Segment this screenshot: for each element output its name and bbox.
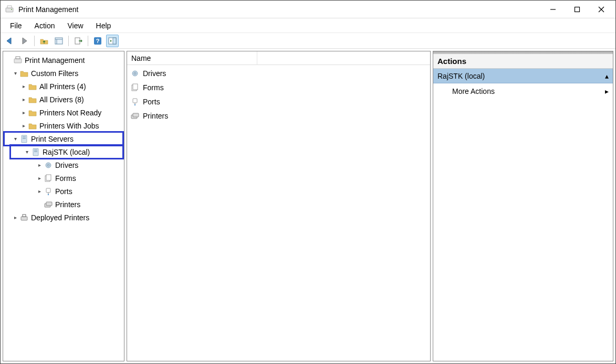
- tree-label: RajSTK (local): [43, 148, 90, 156]
- server-icon: [19, 134, 29, 144]
- window-controls: [541, 2, 613, 17]
- menu-help[interactable]: Help: [90, 20, 118, 31]
- printer-icon: [19, 213, 29, 222]
- chevron-right-icon[interactable]: ▸: [20, 83, 27, 90]
- server-icon: [31, 147, 40, 157]
- collapse-icon[interactable]: ▴: [605, 72, 609, 80]
- export-button[interactable]: [72, 35, 85, 47]
- menu-file[interactable]: File: [4, 20, 28, 31]
- up-folder-button[interactable]: [38, 35, 50, 47]
- actions-group-label: RajSTK (local): [437, 72, 485, 80]
- list-item-ports[interactable]: Ports: [127, 94, 430, 109]
- close-button[interactable]: [589, 2, 613, 17]
- window-title: Print Management: [18, 5, 541, 14]
- tree-printers-with-jobs[interactable]: ▸ Printers With Jobs: [4, 119, 123, 132]
- chevron-right-icon[interactable]: ▸: [36, 188, 43, 195]
- tree-printers[interactable]: ▸ Printers: [4, 198, 123, 211]
- list-item-drivers[interactable]: Drivers: [127, 66, 430, 80]
- tree-deployed-printers[interactable]: ▸ Deployed Printers: [4, 211, 123, 224]
- menu-action[interactable]: Action: [28, 20, 61, 31]
- svg-rect-32: [21, 217, 27, 220]
- chevron-right-icon[interactable]: ▸: [36, 175, 43, 182]
- tree: ▶ Print Management ▾ Custom Filters ▸ Al…: [4, 53, 123, 224]
- list-item-label: Forms: [143, 83, 164, 92]
- forward-button[interactable]: [18, 35, 31, 47]
- tree-label: All Drivers (8): [39, 95, 84, 104]
- print-management-window: Print Management File Action View Help ?: [0, 0, 616, 364]
- port-icon: [44, 187, 53, 196]
- tree-forms[interactable]: ▸ Forms: [4, 172, 123, 185]
- svg-rect-1: [7, 6, 12, 8]
- tree-all-drivers[interactable]: ▸ All Drivers (8): [4, 93, 123, 106]
- tree-label: Deployed Printers: [31, 213, 89, 222]
- minimize-button[interactable]: [541, 2, 565, 17]
- svg-point-2: [11, 9, 12, 10]
- tree-label: All Printers (4): [39, 82, 86, 91]
- svg-point-35: [134, 72, 136, 74]
- tree-drivers[interactable]: ▸ Drivers: [4, 158, 123, 172]
- chevron-right-icon[interactable]: ▸: [20, 96, 27, 103]
- properties-button[interactable]: [53, 35, 65, 47]
- toolbar-separator: [34, 36, 35, 46]
- actions-more-actions[interactable]: More Actions ▸: [433, 83, 613, 99]
- list-body: Drivers Forms Ports Printers: [127, 65, 430, 124]
- tree-label: Printers Not Ready: [39, 109, 101, 117]
- form-icon: [130, 83, 140, 92]
- folder-icon: [28, 108, 37, 117]
- list-item-printers[interactable]: Printers: [127, 109, 430, 123]
- tree-label: Print Servers: [31, 135, 74, 143]
- chevron-right-icon[interactable]: ▸: [36, 162, 43, 169]
- tree-ports[interactable]: ▸ Ports: [4, 185, 123, 198]
- folder-icon: [28, 82, 37, 91]
- menu-view[interactable]: View: [61, 20, 89, 31]
- form-icon: [44, 174, 53, 183]
- list-item-forms[interactable]: Forms: [127, 80, 430, 94]
- chevron-down-icon[interactable]: ▾: [23, 148, 30, 156]
- svg-rect-31: [46, 202, 52, 206]
- chevron-right-icon[interactable]: ▸: [12, 214, 19, 221]
- tree-custom-filters[interactable]: ▾ Custom Filters: [4, 67, 123, 80]
- toolbar-separator: [68, 36, 69, 46]
- svg-rect-26: [46, 175, 51, 180]
- tree-printers-not-ready[interactable]: ▸ Printers Not Ready: [4, 106, 123, 119]
- gear-icon: [44, 160, 53, 170]
- toolbar-separator: [88, 36, 88, 46]
- content-area: ▶ Print Management ▾ Custom Filters ▸ Al…: [1, 49, 615, 363]
- tree-label: Forms: [55, 174, 76, 183]
- chevron-down-icon[interactable]: ▾: [12, 135, 19, 143]
- folder-icon: [28, 95, 37, 104]
- tree-label: Drivers: [55, 161, 78, 169]
- tree-server-rajstk[interactable]: ▾ RajSTK (local): [11, 145, 123, 158]
- printers-icon: [44, 200, 53, 209]
- chevron-right-icon[interactable]: ▸: [20, 109, 27, 116]
- list-header[interactable]: Name: [127, 51, 430, 65]
- tree-print-servers[interactable]: ▾ Print Servers: [4, 132, 123, 145]
- svg-rect-17: [22, 135, 27, 143]
- svg-rect-4: [575, 7, 580, 12]
- show-action-pane-button[interactable]: [106, 35, 119, 47]
- back-button[interactable]: [4, 35, 16, 47]
- menubar: File Action View Help: [1, 18, 615, 33]
- svg-point-40: [134, 104, 135, 105]
- svg-rect-20: [33, 148, 38, 156]
- gear-icon: [130, 69, 140, 78]
- list-pane: Name Drivers Forms Ports Printers: [127, 51, 431, 361]
- chevron-right-icon[interactable]: ▸: [20, 122, 27, 130]
- column-name[interactable]: Name: [131, 51, 257, 65]
- list-item-label: Printers: [143, 112, 168, 120]
- chevron-down-icon[interactable]: ▾: [12, 70, 19, 77]
- actions-pane: Actions RajSTK (local) ▴ More Actions ▸: [433, 51, 613, 361]
- tree-all-printers[interactable]: ▸ All Printers (4): [4, 80, 123, 93]
- toolbar: ?: [1, 33, 615, 49]
- svg-rect-0: [6, 8, 13, 12]
- svg-rect-37: [133, 84, 138, 90]
- folder-icon: [28, 121, 37, 131]
- tree-label: Printers: [55, 200, 80, 209]
- actions-group-header[interactable]: RajSTK (local) ▴: [433, 69, 613, 83]
- help-button[interactable]: ?: [91, 35, 104, 47]
- svg-point-24: [48, 164, 49, 166]
- folder-icon: [19, 69, 29, 78]
- maximize-button[interactable]: [565, 2, 589, 17]
- svg-rect-15: [14, 59, 22, 63]
- tree-root-print-management[interactable]: ▶ Print Management: [4, 53, 123, 67]
